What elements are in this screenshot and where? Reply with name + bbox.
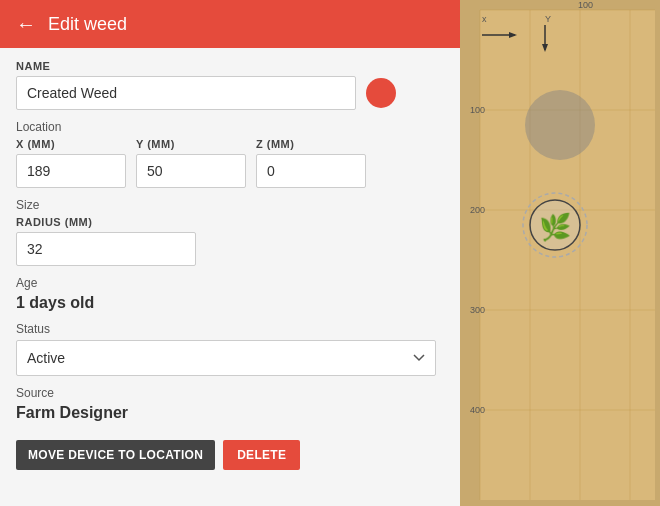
- header: ← Edit weed: [0, 0, 460, 48]
- x-label: X (MM): [16, 138, 126, 150]
- source-section: Source Farm Designer: [16, 386, 444, 422]
- y-group: Y (MM): [136, 138, 246, 188]
- name-row: [16, 76, 444, 110]
- radius-input[interactable]: [16, 232, 196, 266]
- map-grid: 100 200 300 400 100 x Y 🌿: [460, 0, 660, 506]
- svg-text:100: 100: [470, 105, 485, 115]
- source-label: Source: [16, 386, 444, 400]
- status-label: Status: [16, 322, 444, 336]
- x-input[interactable]: [16, 154, 126, 188]
- move-device-button[interactable]: MOVE DEVICE TO LOCATION: [16, 440, 215, 470]
- age-label: Age: [16, 276, 444, 290]
- svg-text:100: 100: [578, 0, 593, 10]
- actions-row: MOVE DEVICE TO LOCATION DELETE: [16, 436, 444, 470]
- svg-text:200: 200: [470, 205, 485, 215]
- svg-point-22: [525, 90, 595, 160]
- size-label: Size: [16, 198, 444, 212]
- x-group: X (MM): [16, 138, 126, 188]
- svg-text:x: x: [482, 14, 487, 24]
- y-label: Y (MM): [136, 138, 246, 150]
- color-picker[interactable]: [366, 78, 396, 108]
- age-value: 1 days old: [16, 294, 444, 312]
- status-section: Status Active Inactive: [16, 322, 444, 376]
- xyz-row: X (MM) Y (MM) Z (MM): [16, 138, 444, 188]
- name-label: NAME: [16, 60, 444, 72]
- page-title: Edit weed: [48, 14, 127, 35]
- z-group: Z (MM): [256, 138, 366, 188]
- source-value: Farm Designer: [16, 404, 444, 422]
- farm-map: 100 200 300 400 100 x Y 🌿: [460, 0, 660, 506]
- y-input[interactable]: [136, 154, 246, 188]
- name-field-group: NAME: [16, 60, 444, 110]
- z-label: Z (MM): [256, 138, 366, 150]
- back-button[interactable]: ←: [16, 13, 36, 36]
- svg-text:Y: Y: [545, 14, 551, 24]
- svg-text:🌿: 🌿: [539, 211, 572, 243]
- location-section: Location X (MM) Y (MM) Z (MM): [16, 120, 444, 188]
- age-section: Age 1 days old: [16, 276, 444, 312]
- svg-text:300: 300: [470, 305, 485, 315]
- size-section: Size RADIUS (MM): [16, 198, 444, 266]
- radius-label: RADIUS (MM): [16, 216, 444, 228]
- delete-button[interactable]: DELETE: [223, 440, 300, 470]
- status-select[interactable]: Active Inactive: [16, 340, 436, 376]
- svg-text:400: 400: [470, 405, 485, 415]
- location-label: Location: [16, 120, 444, 134]
- name-input[interactable]: [16, 76, 356, 110]
- z-input[interactable]: [256, 154, 366, 188]
- edit-weed-panel: ← Edit weed NAME Location X (MM) Y (MM): [0, 0, 460, 506]
- form-content: NAME Location X (MM) Y (MM) Z (MM): [0, 48, 460, 506]
